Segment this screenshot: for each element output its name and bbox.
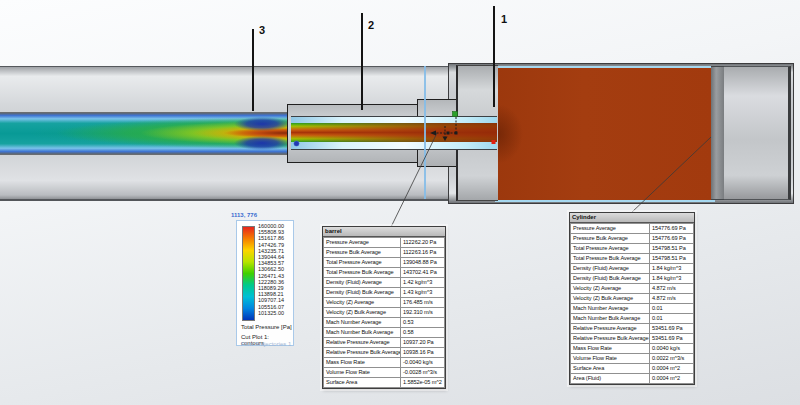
legend-panel[interactable]: 160000.00155808.93151617.86147426.791432… xyxy=(236,220,294,346)
table-row: Area (Fluid)0.0004 m^2 xyxy=(571,374,694,384)
table-row: Density (Fluid) Bulk Average1.43 kg/m^3 xyxy=(324,288,445,298)
table-row: Total Pressure Bulk Average154798.51 Pa xyxy=(571,254,694,264)
table-row: Mach Number Bulk Average0.58 xyxy=(324,328,445,338)
balloon-1[interactable]: 1 xyxy=(501,13,507,25)
cylinder-callout-table[interactable]: Cylinder Pressure Average154776.69 PaPre… xyxy=(569,212,695,385)
parameter-value-cell: 53451.69 Pa xyxy=(650,334,694,344)
parameter-value-cell: 176.485 m/s xyxy=(401,298,445,308)
parameter-value-cell: 0.0004 m^2 xyxy=(650,364,694,374)
table-row: Velocity (Z) Average4.872 m/s xyxy=(571,284,694,294)
parameter-value-cell: 112262.20 Pa xyxy=(401,238,445,248)
parameter-name-cell: Volume Flow Rate xyxy=(571,354,650,364)
table-row: Total Pressure Bulk Average143702.41 Pa xyxy=(324,268,445,278)
table-row: Volume Flow Rate0.0022 m^3/s xyxy=(571,354,694,364)
parameter-name-cell: Mass Flow Rate xyxy=(324,358,401,368)
parameter-value-cell: 1.43 kg/m^3 xyxy=(401,288,445,298)
parameter-name-cell: Density (Fluid) Average xyxy=(324,278,401,288)
legend-tick-value: 130662.50 xyxy=(258,266,284,272)
cylinder-table-title: Cylinder xyxy=(570,213,694,223)
parameter-value-cell: 192.310 m/s xyxy=(401,308,445,318)
legend-tick-value: 126471.43 xyxy=(258,273,284,279)
parameter-value-cell: 139048.88 Pa xyxy=(401,258,445,268)
parameter-value-cell: 1.84 kg/m^3 xyxy=(650,274,694,284)
table-row: Total Pressure Average139048.88 Pa xyxy=(324,258,445,268)
parameter-name-cell: Pressure Average xyxy=(571,224,650,234)
parameter-name-cell: Mach Number Average xyxy=(571,304,650,314)
balloon-2[interactable]: 2 xyxy=(368,19,374,31)
parameter-name-cell: Pressure Average xyxy=(324,238,401,248)
piston-seal xyxy=(711,66,724,200)
legend-tick-values: 160000.00155808.93151617.86147426.791432… xyxy=(258,223,284,316)
parameter-name-cell: Mach Number Bulk Average xyxy=(571,314,650,324)
parameter-value-cell: 0.01 xyxy=(650,304,694,314)
table-row: Pressure Average112262.20 Pa xyxy=(324,238,445,248)
parameter-name-cell: Volume Flow Rate xyxy=(324,368,401,378)
table-row: Volume Flow Rate-0.0028 m^3/s xyxy=(324,368,445,378)
legend-tick-value: 101325.00 xyxy=(258,310,284,316)
balloon-3-leader xyxy=(252,29,254,111)
table-row: Mass Flow Rate-0.0040 kg/s xyxy=(324,358,445,368)
parameter-value-cell: 10937.20 Pa xyxy=(401,338,445,348)
balloon-3[interactable]: 3 xyxy=(259,24,265,36)
parameter-name-cell: Pressure Bulk Average xyxy=(324,248,401,258)
parameter-name-cell: Surface Area xyxy=(324,378,401,388)
barrel-bore-flow xyxy=(0,112,291,155)
parameter-value-cell: 0.0022 m^3/s xyxy=(650,354,694,364)
parameter-value-cell: -0.0028 m^3/s xyxy=(401,368,445,378)
nozzle-wall-strip-bottom xyxy=(291,142,497,150)
table-row: Relative Pressure Average10937.20 Pa xyxy=(324,338,445,348)
table-row: Velocity (Z) Bulk Average192.310 m/s xyxy=(324,308,445,318)
parameter-value-cell: 1.5852e-05 m^2 xyxy=(401,378,445,388)
parameter-value-cell: 10938.16 Pa xyxy=(401,348,445,358)
pressure-contour-plume xyxy=(0,113,291,154)
parameter-name-cell: Density (Fluid) Average xyxy=(571,264,650,274)
parameter-value-cell: 4.872 m/s xyxy=(650,294,694,304)
table-row: Total Pressure Average154798.51 Pa xyxy=(571,244,694,254)
parameter-name-cell: Total Pressure Bulk Average xyxy=(571,254,650,264)
parameter-value-cell: 4.872 m/s xyxy=(650,284,694,294)
parameter-name-cell: Relative Pressure Bulk Average xyxy=(571,334,650,344)
table-row: Mach Number Average0.01 xyxy=(571,304,694,314)
parameter-name-cell: Total Pressure Bulk Average xyxy=(324,268,401,278)
parameter-value-cell: 1.42 kg/m^3 xyxy=(401,278,445,288)
barrel-callout-table[interactable]: barrel Pressure Average112262.20 PaPress… xyxy=(322,226,446,389)
table-row: Pressure Bulk Average112263.16 Pa xyxy=(324,248,445,258)
table-row: Relative Pressure Bulk Average10938.16 P… xyxy=(324,348,445,358)
legend-tick-value: 109707.14 xyxy=(258,297,284,303)
parameter-name-cell: Relative Pressure Average xyxy=(571,324,650,334)
parameter-value-cell: 0.01 xyxy=(650,314,694,324)
table-row: Density (Fluid) Bulk Average1.84 kg/m^3 xyxy=(571,274,694,284)
balloon-2-leader xyxy=(361,13,363,110)
legend-secondary-plot-name: Flow Trajectories 1 xyxy=(241,341,291,347)
table-row: Mass Flow Rate0.0040 kg/s xyxy=(571,344,694,354)
parameter-name-cell: Total Pressure Average xyxy=(324,258,401,268)
parameter-value-cell: 143702.41 Pa xyxy=(401,268,445,278)
table-row: Velocity (Z) Average176.485 m/s xyxy=(324,298,445,308)
parameter-name-cell: Density (Fluid) Bulk Average xyxy=(324,288,401,298)
parameter-name-cell: Mach Number Bulk Average xyxy=(324,328,401,338)
parameter-name-cell: Velocity (Z) Average xyxy=(571,284,650,294)
legend-tick-value: 147426.79 xyxy=(258,242,284,248)
table-row: Mach Number Average0.53 xyxy=(324,318,445,328)
table-row: Surface Area0.0004 m^2 xyxy=(571,364,694,374)
parameter-name-cell: Velocity (Z) Bulk Average xyxy=(571,294,650,304)
parameter-name-cell: Mach Number Average xyxy=(324,318,401,328)
parameter-value-cell: 154798.51 Pa xyxy=(650,254,694,264)
cylinder-pressure-region xyxy=(495,66,715,202)
nozzle-flow-jet xyxy=(291,123,497,142)
piston-body xyxy=(724,66,791,200)
parameter-name-cell: Velocity (Z) Average xyxy=(324,298,401,308)
legend-color-bar xyxy=(242,226,255,321)
parameter-value-cell: 154776.69 Pa xyxy=(650,224,694,234)
parameter-value-cell: 112263.16 Pa xyxy=(401,248,445,258)
table-row: Mach Number Bulk Average0.01 xyxy=(571,314,694,324)
table-row: Velocity (Z) Bulk Average4.872 m/s xyxy=(571,294,694,304)
table-row: Density (Fluid) Average1.42 kg/m^3 xyxy=(324,278,445,288)
parameter-value-cell: 53451.69 Pa xyxy=(650,324,694,334)
parameter-value-cell: -0.0040 kg/s xyxy=(401,358,445,368)
parameter-value-cell: 1.84 kg/m^3 xyxy=(650,264,694,274)
table-row: Pressure Average154776.69 Pa xyxy=(571,224,694,234)
table-row: Surface Area1.5852e-05 m^2 xyxy=(324,378,445,388)
legend-title: Total Pressure [Pa] xyxy=(241,324,292,330)
legend-tick-value: 105516.07 xyxy=(258,304,284,310)
